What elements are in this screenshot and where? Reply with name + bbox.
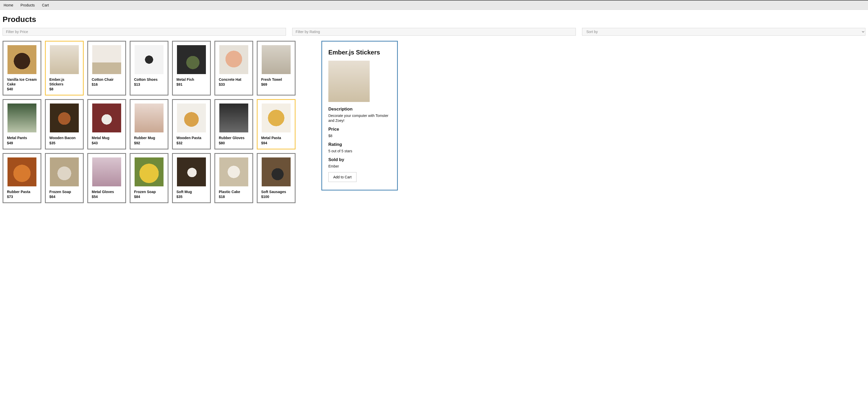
filter-rating-input[interactable]	[292, 28, 576, 36]
product-price: $84	[134, 195, 164, 199]
product-price: $13	[134, 82, 164, 87]
product-price: $91	[177, 82, 207, 87]
product-image	[219, 45, 248, 74]
product-card[interactable]: Plastic Cake$18	[214, 153, 253, 203]
product-image	[7, 158, 36, 186]
product-price: $33	[219, 82, 249, 87]
product-card[interactable]: Wooden Pasta$32	[172, 99, 211, 149]
product-card[interactable]: Ember.js Stickers$8	[45, 41, 84, 96]
product-card[interactable]: Concrete Hat$33	[214, 41, 253, 96]
product-card[interactable]: Frozen Soap$64	[45, 153, 84, 203]
product-card[interactable]: Frozen Soap$84	[130, 153, 168, 203]
product-card[interactable]: Rubber Pasta$73	[3, 153, 41, 203]
filter-price-input[interactable]	[3, 28, 286, 36]
product-name: Rubber Pasta	[7, 190, 37, 194]
product-price: $35	[49, 141, 79, 145]
detail-image	[328, 61, 370, 102]
product-price: $100	[261, 195, 291, 199]
detail-price-text: $8	[328, 133, 391, 138]
product-card[interactable]: Rubber Mug$92	[130, 99, 168, 149]
product-price: $43	[92, 141, 122, 145]
page-title: Products	[3, 15, 865, 24]
product-image	[262, 104, 291, 132]
product-name: Metal Mug	[92, 136, 122, 140]
product-image	[262, 45, 291, 74]
filter-bar: Sort by	[3, 28, 865, 36]
product-price: $92	[134, 141, 164, 145]
product-card[interactable]: Metal Mug$43	[87, 99, 126, 149]
product-image	[7, 104, 36, 132]
product-price: $32	[177, 141, 207, 145]
product-card[interactable]: Cotton Shoes$13	[130, 41, 168, 96]
product-image	[219, 158, 248, 186]
product-image	[262, 158, 291, 186]
product-image	[134, 45, 163, 74]
detail-rating-heading: Rating	[328, 142, 391, 147]
nav-home[interactable]: Home	[4, 3, 13, 7]
product-card[interactable]: Metal Pasta$94	[257, 99, 296, 149]
product-name: Rubber Mug	[134, 136, 164, 140]
product-image	[177, 45, 206, 74]
sort-by-select[interactable]: Sort by	[582, 28, 865, 36]
product-name: Wooden Bacon	[49, 136, 79, 140]
nav-products[interactable]: Products	[21, 3, 35, 7]
product-price: $18	[219, 195, 249, 199]
product-name: Frozen Soap	[49, 190, 79, 194]
product-card[interactable]: Soft Mug$35	[172, 153, 211, 203]
product-card[interactable]: Metal Pants$49	[3, 99, 41, 149]
product-name: Metal Pasta	[261, 136, 291, 140]
product-name: Cotton Chair	[92, 77, 122, 82]
top-nav: Home Products Cart	[0, 0, 868, 10]
product-name: Vanilla Ice Cream Cake	[7, 77, 37, 87]
add-to-cart-button[interactable]: Add to Cart	[328, 172, 356, 182]
product-price: $80	[219, 141, 249, 145]
detail-title: Ember.js Stickers	[328, 49, 391, 56]
product-price: $94	[261, 141, 291, 145]
product-price: $69	[261, 82, 291, 87]
product-image	[177, 158, 206, 186]
product-price: $35	[177, 195, 207, 199]
detail-seller-heading: Sold by	[328, 157, 391, 162]
product-card[interactable]: Wooden Bacon$35	[45, 99, 84, 149]
detail-seller-text: Ember	[328, 164, 391, 169]
detail-rating-text: 5 out of 5 stars	[328, 149, 391, 153]
product-image	[92, 45, 121, 74]
product-price: $16	[92, 82, 122, 87]
product-name: Concrete Hat	[219, 77, 249, 82]
product-price: $8	[49, 87, 79, 91]
nav-cart[interactable]: Cart	[42, 3, 49, 7]
product-detail-panel: Ember.js Stickers Description Decorate y…	[321, 41, 398, 191]
product-price: $54	[92, 195, 122, 199]
product-price: $73	[7, 195, 37, 199]
detail-description-text: Decorate your computer with Tomster and …	[328, 113, 391, 123]
product-image	[134, 158, 163, 186]
product-image	[50, 158, 79, 186]
product-card[interactable]: Rubber Gloves$80	[214, 99, 253, 149]
product-image	[219, 104, 248, 132]
product-name: Fresh Towel	[261, 77, 291, 82]
product-card[interactable]: Soft Sausages$100	[257, 153, 296, 203]
product-name: Cotton Shoes	[134, 77, 164, 82]
product-card[interactable]: Metal Gloves$54	[87, 153, 126, 203]
product-price: $40	[7, 87, 37, 91]
product-name: Wooden Pasta	[177, 136, 207, 140]
product-image	[50, 45, 79, 74]
product-image	[134, 104, 163, 132]
product-name: Metal Pants	[7, 136, 37, 140]
product-card[interactable]: Metal Fish$91	[172, 41, 211, 96]
product-name: Ember.js Stickers	[49, 77, 79, 87]
product-image	[7, 45, 36, 74]
product-card[interactable]: Vanilla Ice Cream Cake$40	[3, 41, 41, 96]
product-name: Rubber Gloves	[219, 136, 249, 140]
product-image	[177, 104, 206, 132]
product-image	[92, 104, 121, 132]
product-image	[92, 158, 121, 186]
detail-description-heading: Description	[328, 107, 391, 112]
product-card[interactable]: Fresh Towel$69	[257, 41, 296, 96]
detail-price-heading: Price	[328, 127, 391, 132]
product-price: $49	[7, 141, 37, 145]
product-name: Plastic Cake	[219, 190, 249, 194]
product-card[interactable]: Cotton Chair$16	[87, 41, 126, 96]
product-name: Metal Fish	[177, 77, 207, 82]
product-price: $64	[49, 195, 79, 199]
